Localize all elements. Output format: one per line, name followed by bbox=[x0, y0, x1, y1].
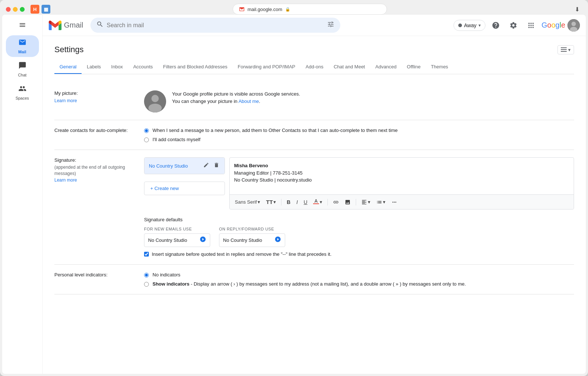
status-text: Away bbox=[464, 22, 477, 28]
menu-button[interactable] bbox=[15, 18, 30, 32]
tab-addons[interactable]: Add-ons bbox=[301, 60, 329, 74]
signature-defaults-title: Signature defaults bbox=[144, 217, 574, 222]
url-text: mail.google.com bbox=[248, 7, 283, 12]
url-input[interactable]: mail.google.com 🔒 bbox=[233, 4, 387, 15]
maximize-button[interactable] bbox=[20, 7, 25, 12]
sidebar-item-mail[interactable]: Mail bbox=[6, 35, 39, 57]
signature-defaults: Signature defaults FOR NEW EMAILS USE No… bbox=[144, 217, 574, 257]
sig-checkbox-row[interactable]: Insert signature before quoted text in r… bbox=[144, 251, 574, 257]
toolbar-align[interactable]: ▾ bbox=[359, 198, 373, 207]
settings-title: Settings ▾ bbox=[54, 45, 574, 54]
status-dot bbox=[458, 24, 462, 27]
signature-editor-content[interactable]: Misha Berveno Managing Editor | 778-251-… bbox=[230, 158, 574, 194]
signature-name: No Country Studio bbox=[149, 163, 188, 169]
signature-learn-more[interactable]: Learn more bbox=[54, 178, 77, 183]
status-button[interactable]: Away ▾ bbox=[453, 20, 486, 31]
signature-label: Signature: (appended at the end of all o… bbox=[54, 157, 135, 257]
signature-edit-button[interactable] bbox=[202, 161, 210, 170]
tab-themes[interactable]: Themes bbox=[426, 60, 453, 74]
tab-labels[interactable]: Labels bbox=[82, 60, 106, 74]
signature-delete-button[interactable] bbox=[213, 161, 220, 170]
create-contacts-radio1[interactable] bbox=[144, 128, 149, 133]
apps-button[interactable] bbox=[524, 18, 538, 33]
toolbar-font-color[interactable]: ▾ bbox=[311, 197, 325, 207]
create-contacts-radio2[interactable] bbox=[144, 137, 149, 142]
toolbar-more[interactable] bbox=[389, 198, 399, 207]
sig-line1: Misha Berveno bbox=[234, 162, 569, 169]
sidebar-item-chat[interactable]: Chat bbox=[6, 58, 39, 80]
tab-forwarding[interactable]: Forwarding and POP/IMAP bbox=[233, 60, 301, 74]
tab-advanced[interactable]: Advanced bbox=[370, 60, 402, 74]
header-actions: Away ▾ bbox=[453, 18, 580, 33]
create-contacts-option1[interactable]: When I send a message to a new person, a… bbox=[144, 128, 574, 133]
toolbar-list[interactable]: ▾ bbox=[374, 198, 388, 207]
sig-reply-label: ON REPLY/FORWARD USE bbox=[219, 227, 285, 231]
density-chevron: ▾ bbox=[568, 47, 571, 53]
signature-list-item[interactable]: No Country Studio bbox=[144, 158, 225, 174]
toolbar-bold[interactable]: B bbox=[284, 198, 293, 207]
svg-rect-4 bbox=[561, 49, 567, 50]
browser-actions: ⬇ bbox=[572, 4, 582, 14]
tab-inbox[interactable]: Inbox bbox=[106, 60, 128, 74]
profile-avatar bbox=[144, 90, 166, 112]
tab-accounts[interactable]: Accounts bbox=[128, 60, 158, 74]
indicators-radio1[interactable] bbox=[144, 273, 149, 277]
indicators-option1[interactable]: No indicators bbox=[144, 272, 574, 277]
browser-chrome: H ▦ mail.google.com 🔒 ⬇ bbox=[0, 0, 588, 15]
extension-icon-2[interactable]: ▦ bbox=[42, 5, 50, 14]
signature-row: Signature: (appended at the end of all o… bbox=[54, 150, 574, 265]
toolbar-italic[interactable]: I bbox=[294, 198, 300, 207]
tab-chat-meet[interactable]: Chat and Meet bbox=[329, 60, 370, 74]
address-bar[interactable]: mail.google.com 🔒 bbox=[53, 4, 566, 15]
tab-offline[interactable]: Offline bbox=[402, 60, 426, 74]
search-bar[interactable] bbox=[90, 18, 340, 33]
user-avatar[interactable] bbox=[567, 19, 580, 32]
toolbar-font-size[interactable]: TT ▾ bbox=[264, 197, 278, 207]
density-button[interactable]: ▾ bbox=[557, 45, 574, 54]
signature-list: No Country Studio bbox=[144, 157, 225, 174]
create-contacts-title: Create contacts for auto-complete: bbox=[54, 128, 135, 133]
avatar-img bbox=[567, 19, 580, 32]
gmail-logo: Gmail bbox=[49, 21, 83, 30]
create-contacts-option2[interactable]: I'll add contacts myself bbox=[144, 137, 574, 142]
search-filter-icon[interactable] bbox=[327, 21, 334, 30]
sig-checkbox[interactable] bbox=[144, 252, 149, 257]
sig-new-select[interactable]: No Country Studio bbox=[144, 233, 210, 247]
search-input[interactable] bbox=[107, 22, 324, 29]
sig-reply-col: ON REPLY/FORWARD USE No Country Studio bbox=[219, 227, 285, 247]
profile-picture-area: Your Google profile picture is visible a… bbox=[144, 90, 574, 112]
browser-extensions: H ▦ bbox=[31, 5, 50, 14]
gmail-header: Gmail bbox=[43, 15, 586, 36]
toolbar-font-family[interactable]: Sans Serif ▾ bbox=[233, 198, 262, 206]
mail-icon bbox=[18, 38, 26, 48]
about-me-link[interactable]: About me bbox=[239, 99, 259, 104]
density-icon bbox=[561, 47, 567, 52]
extension-icon-1[interactable]: H bbox=[31, 5, 39, 14]
create-contacts-content: When I send a message to a new person, a… bbox=[144, 128, 574, 142]
profile-picture-thumbnail bbox=[144, 90, 166, 112]
indicators-option2[interactable]: Show indicators - Display an arrow ( › )… bbox=[144, 281, 574, 287]
sig-checkbox-label: Insert signature before quoted text in r… bbox=[152, 251, 331, 257]
sig-reply-select[interactable]: No Country Studio bbox=[219, 233, 285, 247]
toolbar-link[interactable] bbox=[331, 198, 341, 207]
close-button[interactable] bbox=[6, 7, 11, 12]
sidebar-item-spaces[interactable]: Spaces bbox=[6, 82, 39, 103]
sidebar-mail-label: Mail bbox=[18, 50, 26, 54]
font-size-icon: TT bbox=[266, 199, 273, 205]
svg-rect-3 bbox=[561, 47, 567, 48]
main-content: Gmail bbox=[43, 15, 586, 374]
indicators-radio2[interactable] bbox=[144, 282, 149, 287]
download-button[interactable]: ⬇ bbox=[572, 4, 582, 14]
settings-button[interactable] bbox=[506, 18, 521, 33]
profile-pic-description: Your Google profile picture is visible a… bbox=[172, 90, 300, 105]
my-picture-learn-more[interactable]: Learn more bbox=[54, 98, 77, 103]
toolbar-image[interactable] bbox=[343, 198, 353, 207]
google-account-area: Google bbox=[541, 19, 580, 32]
help-button[interactable] bbox=[488, 18, 503, 33]
create-new-signature-button[interactable]: + Create new bbox=[144, 182, 225, 195]
my-picture-content: Your Google profile picture is visible a… bbox=[144, 90, 574, 112]
minimize-button[interactable] bbox=[13, 7, 18, 12]
tab-filters[interactable]: Filters and Blocked Addresses bbox=[158, 60, 233, 74]
tab-general[interactable]: General bbox=[54, 60, 82, 74]
toolbar-underline[interactable]: U bbox=[301, 198, 309, 207]
